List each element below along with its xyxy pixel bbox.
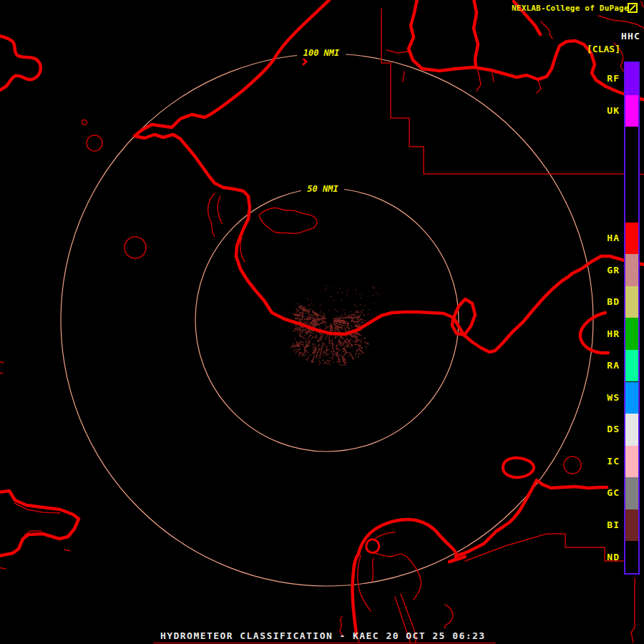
legend-label-ds: DS [607,424,620,434]
legend-label-ws: WS [607,393,620,402]
legend-swatch-ha [625,223,638,255]
range-ring-100nmi [61,54,593,586]
range-ring-labels: 100 NMI 50 NMI [297,47,346,195]
legend-swatch-nd [625,541,638,573]
legend-swatch-rf [625,63,638,95]
lake-bottom-outline [353,519,457,634]
legend-label-nd: ND [607,552,620,562]
brand-flag-icon [628,3,638,14]
peninsula-bottomleft [0,491,79,556]
legend-bar [624,62,640,575]
legend-label-gr: GR [607,265,620,275]
coastline-main [135,0,644,352]
legend-label-rf: RF [607,74,620,83]
legend-label-hr: HR [607,329,620,338]
coastline-bottomright [456,480,607,556]
status-bar-text: HYDROMETEOR CLASSIFICATION - KAEC 20 OCT… [160,631,486,640]
product-mode-tag: [CLAS] [587,44,620,54]
range-rings [61,54,593,586]
ring-label-100nmi: 100 NMI [303,48,340,58]
map-lines-thick [0,0,644,634]
legend-label-bd: BD [607,297,620,306]
legend-label-uk: UK [607,106,620,115]
legend-swatch-bd [625,286,638,318]
range-ring-50nmi [195,188,459,452]
legend-swatch-uk [625,95,638,127]
river-branch-right [580,313,608,353]
legend-swatch-bi [625,509,638,542]
legend-label-ra: RA [607,361,620,370]
legend-label-bi: BI [607,520,620,530]
product-code: HHC [621,31,640,41]
legend-swatch-ws [625,382,638,414]
legend-swatch-gc [625,477,638,509]
legend-swatch-gr [625,254,638,286]
legend-swatch-ra [625,350,638,382]
lake-topleft [0,36,41,91]
ring-label-50nmi: 50 NMI [307,184,338,194]
radar-display: 100 NMI 50 NMI NEXLAB-College of DuPage … [0,0,644,644]
legend-label-gc: GC [607,488,620,497]
legend-swatch-hr [625,318,638,350]
radar-map-canvas: 100 NMI 50 NMI [0,0,644,644]
island-bottomright [503,458,534,477]
brand-title: NEXLAB-College of DuPage [512,4,629,12]
legend-swatch-ic [625,446,638,478]
legend-label-ha: HA [607,233,620,243]
legend-label-ic: IC [607,457,620,466]
coastline-loop [452,299,475,335]
legend-swatch-ds [625,414,638,446]
